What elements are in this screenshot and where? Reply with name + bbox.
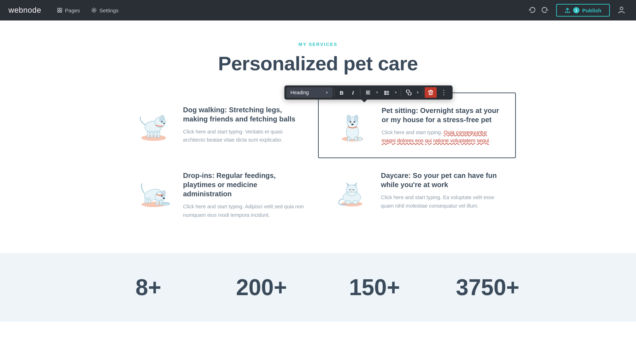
user-button[interactable]	[616, 4, 628, 17]
service-item-dog-walking[interactable]: Dog walking: Stretching legs, making fri…	[120, 93, 318, 158]
delete-icon	[428, 90, 434, 95]
svg-point-22	[161, 121, 163, 123]
service-text-drop-ins: Drop-ins: Regular feedings, playtimes or…	[183, 171, 304, 219]
italic-button[interactable]: I	[348, 87, 358, 98]
delete-button[interactable]	[425, 87, 437, 98]
svg-point-18	[141, 135, 166, 141]
style-dropdown-label: Heading	[290, 90, 309, 95]
svg-point-64	[352, 201, 358, 204]
svg-rect-2	[58, 11, 59, 12]
svg-rect-26	[151, 131, 153, 137]
toolbar-divider-1	[334, 89, 335, 96]
service-heading-drop-ins: Drop-ins: Regular feedings, playtimes or…	[183, 171, 304, 198]
stat-item-2: 200+	[205, 274, 318, 300]
link-button[interactable]	[403, 87, 415, 98]
stat-item-4: 3750+	[431, 274, 544, 300]
toolbar-divider-4	[423, 89, 423, 96]
svg-point-4	[93, 10, 95, 11]
dog-sitting-icon	[336, 109, 369, 142]
svg-point-38	[351, 123, 353, 125]
svg-point-36	[353, 121, 355, 123]
nav-links: Pages Settings	[53, 5, 123, 16]
service-body-prefix: Click here and start typing.	[382, 130, 444, 135]
nav-settings[interactable]: Settings	[87, 5, 123, 16]
service-text-pet-sitting: Pet sitting: Overnight stays at your or …	[382, 106, 501, 145]
toolbar-divider-3	[401, 89, 401, 96]
undo-icon	[529, 7, 536, 14]
list-button[interactable]	[381, 87, 393, 98]
svg-rect-27	[154, 131, 157, 137]
service-body-link-5[interactable]: sequi	[477, 138, 489, 143]
dog-eating-icon	[136, 173, 171, 208]
service-body-suffix: .	[490, 138, 492, 143]
stat-value-3: 150+	[318, 274, 431, 300]
toolbar-divider-2	[360, 89, 360, 96]
nav-pages[interactable]: Pages	[53, 5, 84, 16]
service-body-link-4[interactable]: ratione voluptatem	[433, 138, 475, 143]
topnav-right: 1 Publish	[526, 4, 628, 17]
svg-rect-39	[348, 137, 350, 141]
link-group: ▼	[403, 87, 421, 98]
section-title[interactable]: Personalized pet care	[0, 52, 636, 75]
service-item-drop-ins[interactable]: Drop-ins: Regular feedings, playtimes or…	[120, 158, 318, 232]
user-icon	[618, 6, 625, 14]
service-body-daycare: Click here and start typing. Ea voluptat…	[381, 193, 502, 210]
more-button[interactable]: ⋮	[437, 87, 450, 98]
italic-icon: I	[352, 90, 354, 96]
service-body-link-3[interactable]: qui	[425, 138, 432, 143]
nav-settings-label: Settings	[99, 7, 118, 13]
dog-standing-icon	[136, 107, 171, 142]
service-heading-pet-sitting: Pet sitting: Overnight stays at your or …	[382, 106, 501, 124]
service-heading-daycare: Daycare: So your pet can have fun while …	[381, 171, 502, 189]
service-item-daycare[interactable]: Daycare: So your pet can have fun while …	[318, 158, 516, 232]
publish-upload-icon	[565, 7, 570, 13]
redo-button[interactable]	[539, 5, 550, 16]
svg-rect-51	[148, 198, 151, 203]
service-heading-dog-walking: Dog walking: Stretching legs, making fri…	[183, 105, 304, 124]
link-icon	[406, 90, 412, 95]
service-body-link-2[interactable]: dolores eos	[397, 138, 424, 143]
svg-rect-40	[355, 137, 357, 141]
services-grid: Dog walking: Stretching legs, making fri…	[92, 93, 544, 232]
svg-point-23	[162, 121, 163, 121]
stats-section: 8+ 200+ 150+ 3750+	[0, 253, 636, 322]
svg-rect-25	[147, 131, 149, 137]
stat-value-4: 3750+	[431, 274, 544, 300]
redo-icon	[541, 7, 548, 14]
undo-button[interactable]	[526, 5, 538, 16]
link-dropdown-arrow[interactable]: ▼	[415, 87, 421, 98]
topnav: webnode Pages Settings	[0, 0, 636, 20]
list-dropdown-arrow[interactable]: ▼	[393, 87, 399, 98]
section-header: MY SERVICES Personalized pet care	[0, 42, 636, 75]
svg-point-5	[620, 7, 623, 10]
undo-redo-group	[526, 5, 550, 16]
svg-point-35	[350, 121, 351, 122]
svg-point-24	[163, 123, 165, 124]
nav-pages-label: Pages	[65, 7, 80, 13]
service-item-pet-sitting[interactable]: Pet sitting: Overnight stays at your or …	[318, 93, 516, 158]
service-icon-dog-walking	[134, 105, 173, 144]
align-button[interactable]	[362, 87, 374, 98]
settings-icon	[91, 7, 97, 13]
svg-point-13	[385, 94, 385, 95]
publish-button[interactable]: 1 Publish	[556, 4, 610, 17]
service-icon-daycare	[332, 171, 371, 210]
svg-point-9	[385, 91, 385, 92]
service-icon-drop-ins	[134, 171, 173, 210]
bold-icon: B	[340, 90, 343, 96]
style-dropdown[interactable]: Heading ▼	[287, 88, 332, 97]
bold-button[interactable]: B	[336, 87, 347, 98]
service-body-dog-walking: Click here and start typing. Veritatis e…	[183, 128, 304, 144]
svg-rect-0	[58, 8, 59, 10]
service-icon-pet-sitting	[333, 106, 372, 145]
svg-rect-28	[158, 131, 160, 137]
svg-point-63	[345, 201, 351, 204]
align-dropdown-arrow[interactable]: ▼	[374, 87, 380, 98]
svg-point-47	[163, 198, 165, 199]
cat-curled-icon	[335, 174, 369, 207]
service-body-pet-sitting: Click here and start typing. Quia conseq…	[382, 129, 501, 145]
service-text-dog-walking: Dog walking: Stretching legs, making fri…	[183, 105, 304, 144]
service-body-drop-ins: Click here and start typing. Adipisci ve…	[183, 203, 304, 219]
main-content: MY SERVICES Personalized pet care Headin…	[0, 20, 636, 322]
svg-point-34	[349, 121, 351, 123]
